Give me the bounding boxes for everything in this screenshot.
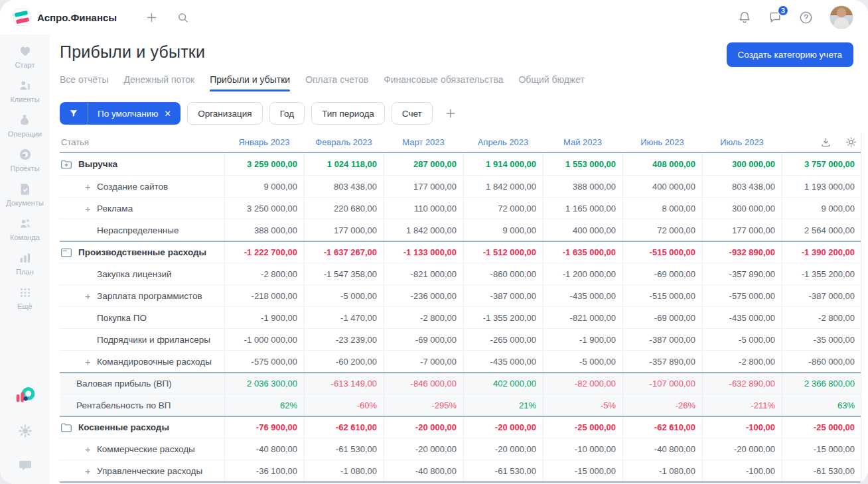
cell-value: -2 800,00 — [384, 307, 463, 328]
column-header-month[interactable]: Июль 2023 — [702, 137, 782, 147]
cell-value: -100,00 — [702, 417, 782, 438]
row-label-child[interactable]: +Реклама — [60, 198, 224, 219]
cell-value: 177 000,00 — [384, 176, 463, 197]
sidebar-item-operations[interactable]: Операции — [0, 112, 50, 138]
add-filter-button[interactable] — [444, 107, 457, 120]
cell-value: -821 000,00 — [543, 307, 622, 328]
feedback-button[interactable] — [17, 457, 33, 473]
column-header-month[interactable]: Январь 2023 — [224, 137, 304, 147]
cell-value: -5 000,00 — [702, 329, 782, 350]
table-row: +Покупка ПО-1 900,00-1 470,00-2 800,00-1… — [60, 306, 861, 328]
filter-chip[interactable]: Организация — [187, 102, 262, 125]
row-label-child[interactable]: +Покупка ПО — [60, 307, 224, 328]
remove-filter-icon[interactable]: ✕ — [164, 109, 171, 118]
sidebar-item-more[interactable]: Ещё — [0, 284, 50, 310]
row-label-section[interactable]: Выручка — [60, 153, 224, 175]
expand-icon[interactable]: + — [85, 290, 97, 302]
cell-value: -20 000,00 — [702, 438, 782, 459]
column-header-article: Статья — [60, 137, 224, 147]
active-filter-button[interactable]: По умолчанию ✕ — [60, 102, 181, 125]
sidebar-item-label: Старт — [15, 61, 35, 69]
sidebar-item-plan[interactable]: План — [0, 250, 50, 276]
tab[interactable]: Оплата счетов — [305, 74, 368, 91]
row-label-child[interactable]: +Нераспределенные — [60, 219, 224, 241]
expand-icon[interactable]: + — [85, 181, 97, 192]
app-color-logo[interactable] — [15, 386, 35, 404]
column-header-month[interactable]: Май 2023 — [543, 137, 622, 147]
cell-value: -435 000,00 — [543, 285, 622, 306]
tab[interactable]: Денежный поток — [123, 74, 194, 91]
cell-value: -36 100,00 — [224, 460, 304, 481]
filter-chip[interactable]: Счет — [392, 102, 433, 125]
cell-value: -1 547 358,00 — [304, 263, 384, 284]
settings-button[interactable] — [17, 423, 33, 439]
tab[interactable]: Прибыли и убытки — [210, 74, 290, 91]
tab[interactable]: Финансовые обязательства — [384, 74, 503, 91]
export-button[interactable] — [820, 136, 832, 149]
sidebar-item-documents[interactable]: Документы — [0, 181, 50, 207]
chat-bubble-icon — [17, 457, 33, 473]
filter-chip[interactable]: Год — [269, 102, 305, 125]
clients-icon — [17, 78, 33, 93]
tab[interactable]: Все отчёты — [60, 74, 108, 91]
cell-value: -1 355 200,00 — [782, 263, 861, 284]
table-row: +Подрядчики и фрилансеры-1 000 000,00-23… — [60, 328, 861, 350]
brand[interactable]: Аспро.Финансы — [13, 9, 117, 26]
notifications-button[interactable] — [737, 10, 752, 25]
help-button[interactable] — [798, 10, 814, 25]
cell-value: 388 000,00 — [543, 176, 622, 197]
cell-value: 803 438,00 — [304, 176, 384, 197]
row-label-child[interactable]: +Зарплата программистов — [60, 285, 224, 306]
search-button[interactable] — [176, 11, 190, 25]
help-icon — [798, 10, 814, 25]
column-header-month[interactable]: Март 2023 — [384, 137, 463, 147]
gear-icon — [17, 423, 33, 439]
expand-icon[interactable]: + — [85, 203, 97, 214]
tab[interactable]: Общий бюджет — [518, 74, 584, 91]
cell-value: -1 390 200,00 — [782, 242, 861, 263]
row-label-child[interactable]: +Командировочные расходы — [60, 351, 224, 372]
cell-value: -846 000,00 — [384, 373, 463, 394]
row-label-child[interactable]: +Закупка лицензий — [60, 263, 224, 284]
sidebar-item-team[interactable]: Команда — [0, 215, 50, 241]
column-header-month[interactable]: Февраль 2023 — [304, 137, 384, 147]
filter-chips: ОрганизацияГодТип периодаСчет — [187, 102, 433, 125]
cell-value: 388 000,00 — [224, 219, 304, 241]
table-settings-button[interactable] — [845, 136, 857, 149]
sidebar-item-clients[interactable]: Клиенты — [0, 78, 50, 103]
projects-icon — [17, 147, 33, 162]
cell-value: -107 000,00 — [622, 373, 702, 394]
column-header-month[interactable]: Апрель 2023 — [463, 137, 543, 147]
cell-value: 400 000,00 — [622, 176, 702, 197]
cell-value: -82 000,00 — [543, 373, 622, 394]
cell-value: -62 610,00 — [304, 417, 384, 438]
sidebar-item-projects[interactable]: Проекты — [0, 147, 50, 172]
row-label-child[interactable]: +Подрядчики и фрилансеры — [60, 329, 224, 350]
cell-value: 63% — [782, 394, 861, 416]
cell-value: -61 530,00 — [782, 460, 861, 481]
plus-icon — [145, 11, 159, 25]
expand-icon[interactable]: + — [85, 465, 97, 477]
row-label-section[interactable]: Косвенные расходы — [60, 417, 224, 438]
cell-value: -25 000,00 — [543, 417, 622, 438]
row-label-text: Зарплата программистов — [97, 291, 202, 301]
user-avatar[interactable] — [830, 5, 853, 29]
cell-value: -76 900,00 — [224, 417, 304, 438]
cell-value: -932 890,00 — [702, 242, 782, 263]
expand-icon[interactable]: + — [85, 444, 97, 455]
cell-value: -236 000,00 — [384, 285, 463, 306]
filter-chip[interactable]: Тип периода — [311, 102, 385, 125]
expand-icon[interactable]: + — [85, 356, 97, 367]
row-label-child[interactable]: +Создание сайтов — [60, 176, 224, 197]
cell-value: -295% — [384, 394, 463, 416]
row-label-child[interactable]: +Управленческие расходы — [60, 460, 224, 481]
messages-button[interactable]: 3 — [768, 10, 782, 25]
create-category-button[interactable]: Создать категорию учета — [727, 42, 853, 67]
sidebar-item-start[interactable]: Старт — [0, 43, 50, 69]
add-button[interactable] — [145, 11, 159, 25]
column-header-month[interactable]: Июнь 2023 — [622, 137, 702, 147]
row-label-section[interactable]: Производственные расходы — [60, 242, 224, 263]
row-label-child[interactable]: +Коммерческие расходы — [60, 438, 224, 459]
sidebar-nav: СтартКлиентыОперацииПроектыДокументыКома… — [0, 43, 50, 319]
table-row: +Управленческие расходы-36 100,00-1 080,… — [60, 459, 861, 481]
